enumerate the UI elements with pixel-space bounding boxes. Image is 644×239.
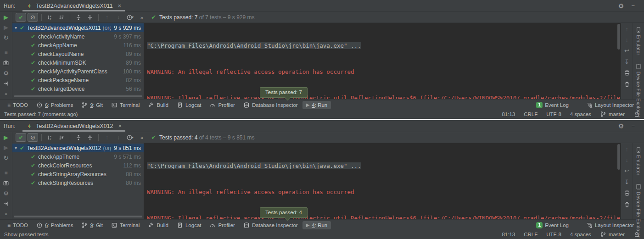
- test-tree-row[interactable]: ✔checkStringArrayResources88 ms: [12, 170, 144, 178]
- tool-button-database-inspector[interactable]: Database Inspector: [240, 100, 302, 110]
- chevron-down-icon[interactable]: ▾: [15, 25, 17, 30]
- tool-button-todo[interactable]: ≡TODO: [4, 101, 32, 109]
- tool-button-git[interactable]: 9: Git: [78, 100, 106, 110]
- encoding-widget[interactable]: UTF-8: [546, 111, 561, 117]
- show-ignored-toggle[interactable]: ⊘: [28, 13, 38, 22]
- lock-icon[interactable]: [633, 111, 640, 117]
- rerun-button[interactable]: ▶: [4, 14, 8, 20]
- tool-button-database-inspector[interactable]: Database Inspector: [240, 221, 302, 230]
- tool-button-emulator[interactable]: Emulator: [635, 27, 642, 55]
- collapse-all-icon[interactable]: [85, 133, 95, 142]
- close-icon[interactable]: ×: [118, 2, 122, 9]
- scroll-down-icon[interactable]: ↓: [626, 37, 628, 43]
- minimize-icon[interactable]: −: [631, 3, 635, 9]
- test-settings-gear-icon[interactable]: ⚙: [3, 190, 9, 196]
- test-history-icon[interactable]: ▾: [125, 13, 135, 22]
- tool-button-profiler[interactable]: Profiler: [206, 221, 238, 230]
- tool-button-problems[interactable]: 6: Problems: [33, 221, 77, 230]
- tool-button-todo[interactable]: ≡TODO: [4, 221, 32, 229]
- console-output[interactable]: "C:\Program Files\Android\Android Studio…: [144, 23, 621, 99]
- tool-button-device-file-explorer[interactable]: Device File Explorer: [635, 63, 642, 117]
- rerun-button[interactable]: ▶: [4, 134, 8, 140]
- gear-icon[interactable]: ⚙: [618, 123, 624, 129]
- tool-button-build[interactable]: Build: [144, 221, 172, 230]
- event-log-button[interactable]: 1Event Log: [532, 100, 572, 110]
- caret-position-widget[interactable]: 81:13: [502, 111, 515, 117]
- scroll-down-icon[interactable]: ↓: [626, 157, 628, 163]
- stop-button[interactable]: ■: [4, 50, 7, 56]
- test-tree-row[interactable]: ✔checkMinimumSDK89 ms: [12, 58, 144, 67]
- show-passed-toggle[interactable]: ✔: [16, 13, 26, 22]
- tool-button-terminal[interactable]: Terminal: [107, 100, 143, 110]
- run-tab[interactable]: TestB2AdvancedWidgetsX011 ×: [22, 0, 126, 11]
- tool-button-profiler[interactable]: Profiler: [206, 100, 238, 110]
- print-icon[interactable]: [624, 70, 630, 76]
- tool-button-git[interactable]: 9: Git: [78, 221, 106, 230]
- camera-icon[interactable]: [3, 60, 9, 66]
- console-vertical-scrollbar[interactable]: [617, 144, 620, 170]
- tool-button-build[interactable]: Build: [144, 100, 172, 110]
- next-occurrence-icon[interactable]: ↓: [113, 133, 123, 142]
- test-tree-row[interactable]: ✔checkMyActivityParentClass100 ms: [12, 67, 144, 76]
- rerun-failed-tests-button[interactable]: ▶: [4, 24, 8, 30]
- console-output[interactable]: "C:\Program Files\Android\Android Studio…: [144, 143, 621, 219]
- print-icon[interactable]: [624, 190, 630, 196]
- close-icon[interactable]: ×: [118, 122, 122, 129]
- sort-by-duration-icon[interactable]: [56, 13, 67, 22]
- git-branch-widget[interactable]: master: [600, 231, 625, 238]
- event-log-button[interactable]: 1Event Log: [532, 221, 572, 230]
- indent-widget[interactable]: 4 spaces: [570, 111, 591, 117]
- import-test-results-icon[interactable]: [3, 200, 9, 207]
- tool-button-run[interactable]: ▶4: Run: [302, 221, 331, 229]
- test-tree-root-row[interactable]: ▾ ✔ TestB2AdvancedWidgetsX012 (org.aplas…: [12, 144, 144, 152]
- scroll-up-icon[interactable]: ↑: [626, 147, 628, 152]
- clear-all-icon[interactable]: [624, 81, 630, 88]
- layout-inspector-button[interactable]: Layout Inspector: [582, 100, 638, 110]
- expand-all-icon[interactable]: [73, 13, 84, 22]
- tool-button-problems[interactable]: 6: Problems: [33, 100, 77, 110]
- tool-button-emulator[interactable]: Emulator: [635, 147, 642, 175]
- show-ignored-toggle[interactable]: ⊘: [28, 133, 38, 142]
- test-history-icon[interactable]: ▾: [125, 133, 135, 142]
- test-tree-row[interactable]: ✔checkStringResources80 ms: [12, 178, 144, 187]
- rerun-failed-tests-button[interactable]: ▶: [4, 145, 8, 150]
- expand-all-icon[interactable]: [73, 133, 84, 142]
- tool-button-logcat[interactable]: Logcat: [173, 100, 205, 110]
- show-passed-toggle[interactable]: ✔: [16, 133, 26, 142]
- encoding-widget[interactable]: UTF-8: [546, 232, 561, 237]
- previous-occurrence-icon[interactable]: ↑: [102, 133, 112, 142]
- toggle-auto-test-icon[interactable]: ↻: [3, 155, 9, 161]
- soft-wrap-icon[interactable]: ↩: [624, 168, 629, 174]
- test-tree-row[interactable]: ✔checkPackageName82 ms: [12, 76, 144, 84]
- caret-position-widget[interactable]: 81:13: [502, 232, 515, 237]
- import-test-results-icon[interactable]: [3, 80, 9, 87]
- collapse-all-icon[interactable]: [85, 13, 95, 22]
- test-tree-row[interactable]: ✔checkColorResources112 ms: [12, 161, 144, 170]
- toggle-auto-test-icon[interactable]: ↻: [3, 34, 9, 41]
- scroll-to-end-icon[interactable]: ↧: [624, 59, 629, 65]
- toolbar-more-icon[interactable]: »: [140, 15, 143, 20]
- test-tree-row[interactable]: ✔checkActivityName9 s 397 ms: [12, 32, 144, 41]
- minimize-icon[interactable]: −: [631, 123, 635, 129]
- lock-icon[interactable]: [633, 231, 640, 238]
- line-ending-widget[interactable]: CRLF: [524, 111, 538, 117]
- run-tab[interactable]: TestB2AdvancedWidgetsX012 ×: [22, 120, 126, 132]
- tool-button-device-file-explorer[interactable]: Device File Explorer: [635, 183, 642, 238]
- tool-button-run[interactable]: ▶4: Run: [302, 101, 331, 109]
- tree-horizontal-scrollbar[interactable]: [14, 95, 142, 97]
- scroll-up-icon[interactable]: ↑: [626, 27, 628, 32]
- layout-inspector-button[interactable]: Layout Inspector: [582, 221, 638, 230]
- more-icon[interactable]: »: [5, 91, 7, 96]
- previous-occurrence-icon[interactable]: ↑: [102, 13, 112, 22]
- toolbar-more-icon[interactable]: »: [140, 135, 143, 140]
- sort-alphabetically-icon[interactable]: az: [45, 13, 55, 22]
- sort-by-duration-icon[interactable]: [56, 133, 67, 142]
- soft-wrap-icon[interactable]: ↩: [624, 48, 629, 54]
- tool-button-terminal[interactable]: Terminal: [107, 221, 143, 230]
- next-occurrence-icon[interactable]: ↓: [113, 13, 123, 22]
- test-tree-row[interactable]: ✔checkAppName116 ms: [12, 41, 144, 50]
- indent-widget[interactable]: 4 spaces: [570, 232, 591, 237]
- git-branch-widget[interactable]: master: [600, 111, 625, 117]
- chevron-down-icon[interactable]: ▾: [15, 145, 17, 150]
- stop-button[interactable]: ■: [4, 170, 7, 176]
